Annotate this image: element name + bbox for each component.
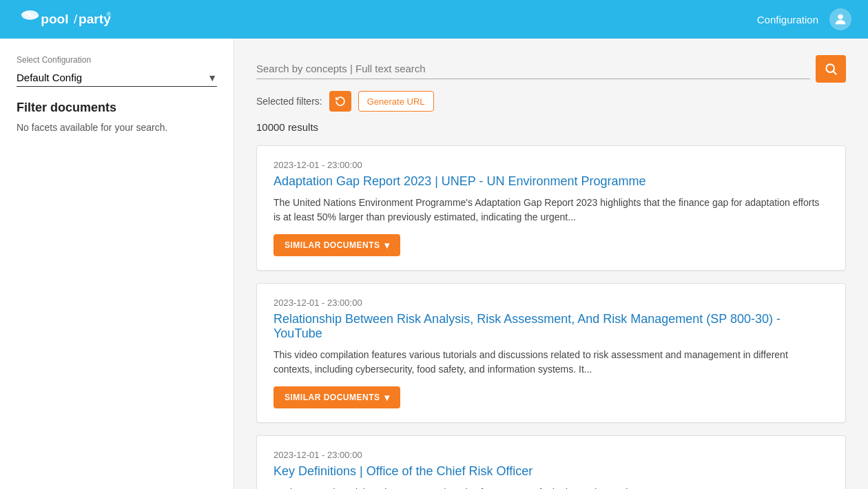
result-card: 2023-12-01 - 23:00:00 Key Definitions | … — [256, 435, 846, 489]
result-date: 2023-12-01 - 23:00:00 — [273, 298, 829, 308]
select-config-label: Select Configuration — [17, 55, 217, 65]
logo-area: pool / party ® — [17, 6, 113, 33]
no-facets-message: No facets available for your search. — [17, 122, 217, 133]
result-title[interactable]: Key Definitions | Office of the Chief Ri… — [273, 464, 829, 479]
svg-line-7 — [834, 72, 837, 75]
poolparty-logo: pool / party ® — [17, 6, 113, 33]
result-date: 2023-12-01 - 23:00:00 — [273, 160, 829, 170]
svg-text:/: / — [74, 12, 78, 26]
search-icon — [824, 62, 838, 76]
similar-docs-button[interactable]: SIMILAR DOCUMENTS ▾ — [273, 386, 400, 408]
svg-point-5 — [838, 14, 843, 19]
result-description: This video compilation features various … — [273, 348, 829, 377]
search-bar — [256, 55, 846, 83]
generate-url-button[interactable]: Generate URL — [358, 91, 434, 112]
selected-filters-label: Selected filters: — [256, 96, 322, 107]
search-input[interactable] — [256, 59, 810, 79]
sidebar: Select Configuration Default Config ▼ Fi… — [0, 39, 234, 489]
result-description: The United Nations Environment Programme… — [273, 196, 829, 225]
result-card: 2023-12-01 - 23:00:00 Adaptation Gap Rep… — [256, 145, 846, 271]
chevron-down-icon: ▾ — [384, 392, 390, 403]
app-header: pool / party ® Configuration — [0, 0, 868, 39]
filters-row: Selected filters: Generate URL — [256, 91, 846, 112]
user-avatar[interactable] — [829, 8, 851, 30]
results-count: 10000 results — [256, 121, 846, 133]
chevron-down-icon: ▾ — [384, 240, 390, 251]
result-title[interactable]: Adaptation Gap Report 2023 | UNEP - UN E… — [273, 174, 829, 189]
config-select-wrapper: Default Config ▼ — [17, 69, 217, 87]
svg-point-6 — [826, 64, 834, 72]
search-button[interactable] — [816, 55, 846, 83]
filter-documents-title: Filter documents — [17, 101, 217, 115]
main-layout: Select Configuration Default Config ▼ Fi… — [0, 39, 868, 489]
svg-text:pool: pool — [41, 12, 68, 26]
main-content: Selected filters: Generate URL 10000 res… — [234, 39, 868, 489]
reset-icon — [335, 96, 346, 107]
result-title[interactable]: Relationship Between Risk Analysis, Risk… — [273, 312, 829, 341]
results-list: 2023-12-01 - 23:00:00 Adaptation Gap Rep… — [256, 145, 846, 489]
svg-text:®: ® — [107, 11, 112, 18]
configuration-link[interactable]: Configuration — [757, 14, 818, 25]
result-description: Environmental, social, and governance (E… — [273, 486, 829, 489]
similar-docs-button[interactable]: SIMILAR DOCUMENTS ▾ — [273, 234, 400, 256]
config-select[interactable]: Default Config — [17, 69, 217, 86]
header-right: Configuration — [757, 8, 851, 30]
reset-filters-button[interactable] — [329, 91, 351, 112]
result-date: 2023-12-01 - 23:00:00 — [273, 450, 829, 460]
result-card: 2023-12-01 - 23:00:00 Relationship Betwe… — [256, 283, 846, 423]
